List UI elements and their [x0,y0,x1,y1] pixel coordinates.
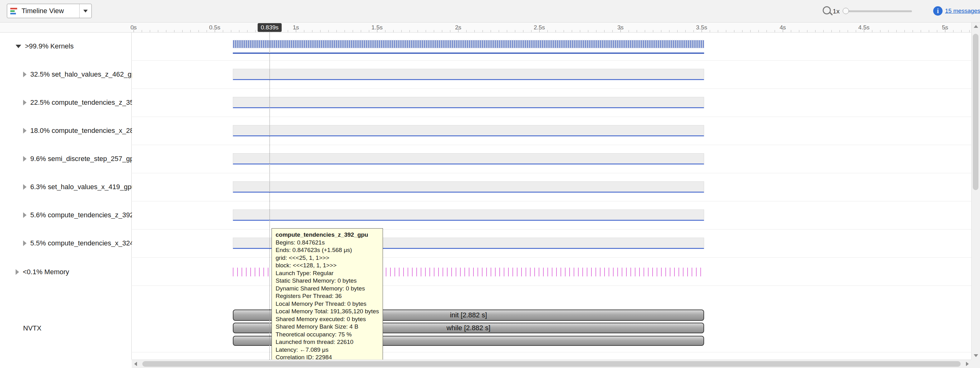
tooltip-line: block: <<<128, 1, 1>>> [275,262,379,269]
tooltip-line: Launched from thread: 22610 [275,338,379,346]
sidebar-item-kernel-4[interactable]: 9.6% semi_discrete_step_257_gpu [0,154,131,163]
tick-label: 5s [942,24,948,31]
row-label: 6.3% set_halo_values_x_419_gpu [30,183,135,191]
chevron-down-icon[interactable] [79,4,91,18]
row-separator [132,257,971,258]
collapse-icon[interactable] [16,45,21,48]
scroll-left-icon[interactable] [134,362,137,366]
expand-icon[interactable] [23,240,27,246]
tooltip-line: Correlation ID: 22984 [275,354,379,360]
tick-label: 3.5s [696,24,707,31]
tick-label: 0.5s [209,24,220,31]
expand-icon[interactable] [23,156,27,162]
tick-label: 3s [617,24,624,31]
tick-label: 4.5s [858,24,870,31]
tick-label: 2s [455,24,461,31]
expand-icon[interactable] [23,212,27,218]
kernel-span-bar[interactable] [233,181,704,193]
sidebar-item-kernel-5[interactable]: 6.3% set_halo_values_x_419_gpu [0,182,131,192]
kernel-span-bar[interactable] [233,125,704,136]
tooltip-line: Local Memory Per Thread: 0 bytes [275,300,379,308]
kernel-span-bar[interactable] [233,97,704,108]
zoom-level-label: 1x [833,8,840,15]
expand-icon[interactable] [23,72,27,77]
scroll-up-icon[interactable] [974,25,978,28]
tooltip-line: Theoretical occupancy: 75 % [275,331,379,339]
scroll-down-icon[interactable] [974,354,978,357]
cursor-time-badge: 0.839s [258,23,282,32]
timeline-view-dropdown[interactable]: Timeline View [7,4,92,18]
row-tree-sidebar: >99.9% Kernels 32.5% set_halo_values_z_4… [0,32,132,360]
row-separator [132,285,971,286]
messages-link[interactable]: 15 messages [945,8,980,14]
sidebar-item-memory[interactable]: <0.1% Memory [0,267,131,277]
row-label: 5.5% compute_tendencies_x_324_gpu [30,239,149,247]
tooltip-line: Shared Memory Bank Size: 4 B [275,323,379,331]
kernel-span-bar[interactable] [233,69,704,80]
kernel-tooltip: compute_tendencies_z_392_gpu Begins: 0.8… [272,228,383,360]
sidebar-item-kernel-3[interactable]: 18.0% compute_tendencies_x_286_gpu [0,126,131,135]
row-label: 32.5% set_halo_values_z_462_gpu [30,70,139,78]
tick-label: 1.5s [371,24,383,31]
kernel-span-bar[interactable] [233,153,704,165]
row-label: <0.1% Memory [23,268,69,276]
tooltip-line: Registers Per Thread: 36 [275,292,379,300]
sidebar-item-kernel-6[interactable]: 5.6% compute_tendencies_z_392_gpu [0,210,131,220]
expand-icon[interactable] [23,100,27,106]
kernels-summary-bar[interactable] [233,40,704,54]
tooltip-line: Shared Memory executed: 0 bytes [275,315,379,323]
expand-icon[interactable] [23,184,27,190]
expand-icon[interactable] [23,128,27,133]
horizontal-scrollbar-thumb[interactable] [142,361,961,367]
tick-label: 0s [130,24,137,31]
row-separator [132,145,971,145]
time-ruler[interactable]: 0s 0.5s 1s 1.5s 2s 2.5s 3s 3.5s 4s 4.5s … [0,22,971,32]
sidebar-item-kernel-1[interactable]: 32.5% set_halo_values_z_462_gpu [0,70,131,79]
time-cursor-line [269,32,270,360]
tick-label: 4s [780,24,786,31]
zoom-slider[interactable] [843,10,912,12]
info-icon[interactable]: i [933,6,943,16]
expand-icon[interactable] [16,269,19,275]
tooltip-title: compute_tendencies_z_392_gpu [275,231,379,239]
timeline-canvas[interactable]: init [2.882 s] while [2.882 s] compute_t… [132,32,971,360]
scrollbar-corner [971,360,980,368]
nsight-timeline-window: Timeline View 1x i 15 messages 0s 0.5s 1… [0,0,980,368]
row-label: NVTX [23,324,41,332]
row-label: 5.6% compute_tendencies_z_392_gpu [30,211,149,219]
tooltip-line: Launch Type: Regular [275,269,379,277]
tooltip-line: Local Memory Total: 191,365,120 bytes [275,308,379,315]
row-separator [132,117,971,117]
kernel-span-bar[interactable] [233,210,704,221]
vertical-scrollbar[interactable] [971,22,980,360]
sidebar-item-kernel-2[interactable]: 22.5% compute_tendencies_z_354_gpu [0,98,131,107]
toolbar: Timeline View 1x i 15 messages [0,0,980,22]
tooltip-line: Static Shared Memory: 0 bytes [275,277,379,285]
tooltip-line: grid: <<<25, 1, 1>>> [275,254,379,262]
sidebar-item-kernels[interactable]: >99.9% Kernels [0,42,131,51]
nvtx-range-label: init [2.882 s] [450,311,487,319]
row-separator [132,201,971,202]
kernel-launch-ticks [233,40,704,48]
zoom-slider-thumb[interactable] [843,8,849,14]
vertical-scrollbar-thumb[interactable] [973,34,978,190]
sidebar-item-nvtx[interactable]: NVTX [0,323,131,333]
row-label: 9.6% semi_discrete_step_257_gpu [30,155,138,163]
tooltip-line: Begins: 0.847621s [275,239,379,247]
scroll-right-icon[interactable] [966,362,969,366]
sidebar-item-kernel-7[interactable]: 5.5% compute_tendencies_x_324_gpu [0,238,131,248]
tooltip-line: Latency: ←7.089 μs [275,346,379,354]
row-separator [132,88,971,89]
zoom-icon [823,6,831,14]
tooltip-line: Ends: 0.847623s (+1.568 μs) [275,246,379,254]
horizontal-scrollbar[interactable] [132,360,971,368]
tooltip-line: Dynamic Shared Memory: 0 bytes [275,285,379,293]
tick-label: 1s [293,24,299,31]
row-label: >99.9% Kernels [25,42,74,50]
kernel-activity-line [233,53,704,54]
timeline-view-label: Timeline View [22,7,64,15]
timeline-view-icon [10,7,18,15]
row-separator [132,60,971,61]
row-separator [132,352,971,352]
tick-label: 2.5s [534,24,545,31]
